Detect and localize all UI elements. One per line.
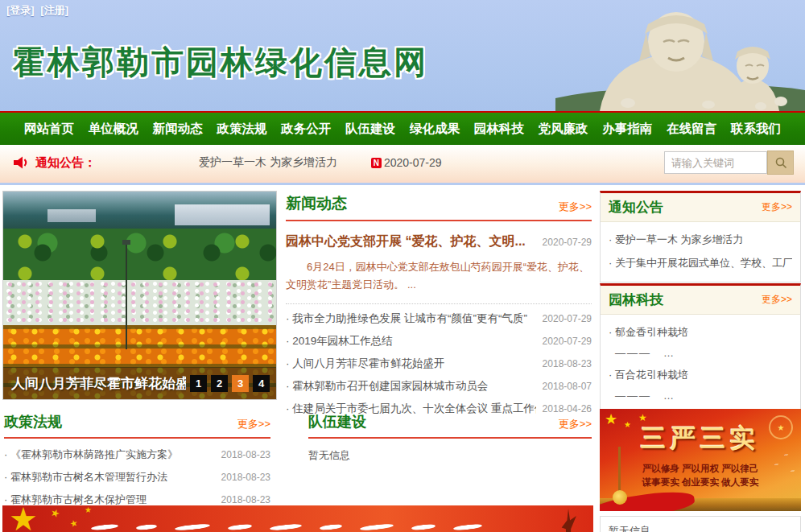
- main-content: 人间八月芳菲尽霍市鲜花始盛开 1 2 3 4 新闻动态 更多>> 园林中心党支部…: [0, 185, 805, 532]
- slider-page-3-active[interactable]: 3: [232, 375, 249, 392]
- flag-pole-graphic: [618, 447, 621, 495]
- sanyan-sanshi-banner[interactable]: ★ ★ ★ ★ 三严三实 严以修身 严以用权 严以律己 谋事要实 创业要实 做人…: [600, 409, 801, 511]
- nav-item-contact[interactable]: 联系我们: [731, 121, 781, 138]
- garden-tech-list: · 郁金香引种栽培 ——— … · 百合花引种栽培 ——— …: [601, 315, 800, 413]
- sanyan-line2: 谋事要实 创业要实 做人要实: [600, 476, 801, 489]
- policy-item-date: 2018-08-23: [221, 443, 270, 466]
- bottom-right-box: 暂无信息: [600, 516, 801, 532]
- notice-link[interactable]: 爱护一草一木 为家乡增活力: [199, 155, 337, 170]
- notices-box-more-link[interactable]: 更多>>: [762, 200, 792, 214]
- star-icon: ★: [624, 420, 631, 429]
- team-title: 队伍建设: [308, 412, 366, 431]
- team-section: 队伍建设 更多>> 暂无信息: [308, 412, 592, 463]
- featured-news: 园林中心党支部开展 “爱花、护花、文明... 2020-07-29: [286, 233, 592, 250]
- news-item-date: 2018-08-07: [543, 376, 592, 398]
- nav-item-party-conduct[interactable]: 党风廉政: [539, 121, 588, 138]
- garden-tech-box: 园林科技 更多>> · 郁金香引种栽培 ——— … · 百合花引种栽培 ——— …: [600, 283, 801, 414]
- news-list-item: · 人间八月芳菲尽霍市鲜花始盛开 2018-08-23: [286, 353, 592, 375]
- calligraphy-strokes-graphic: [91, 525, 500, 530]
- empty-info-text: 暂无信息: [609, 525, 650, 532]
- search-icon: [774, 156, 787, 169]
- policy-list-item: · 霍林郭勒市古树名木管理暂行办法 2018-08-23: [4, 466, 270, 489]
- star-icon: ★: [49, 505, 62, 520]
- genghis-khan-statues-image: [555, 0, 805, 111]
- news-list-item: · 霍林郭勒市召开创建国家园林城市动员会 2018-08-07: [286, 375, 592, 398]
- search-area: [664, 151, 794, 175]
- news-section: 新闻动态 更多>> 园林中心党支部开展 “爱花、护花、文明... 2020-07…: [286, 193, 592, 420]
- featured-news-summary[interactable]: 6月24日，园林中心党支部在敖包山芍药园开展“爱花、护花、文明赏花”主题党日活动…: [286, 258, 592, 294]
- garden-tech-title: 园林科技: [609, 291, 663, 309]
- news-item-link[interactable]: · 人间八月芳菲尽霍市鲜花始盛开: [286, 353, 536, 374]
- nav-item-about[interactable]: 单位概况: [89, 121, 138, 138]
- notices-box-title: 通知公告: [609, 198, 663, 217]
- news-list-item: · 我市全力助推绿色发展 让城市有“颜值”更有“气质” 2020-07-29: [286, 307, 592, 330]
- news-list-item: · 2019年园林工作总结 2020-07-29: [286, 330, 592, 353]
- news-item-link[interactable]: · 霍林郭勒市召开创建国家园林城市动员会: [286, 375, 536, 397]
- team-header: 队伍建设 更多>>: [308, 412, 592, 431]
- policy-item-link[interactable]: · 霍林郭勒市古树名木管理暂行办法: [4, 466, 215, 489]
- slider-page-4[interactable]: 4: [253, 375, 270, 392]
- search-button[interactable]: [767, 151, 794, 175]
- slider-photo-white-flowers: [3, 280, 276, 325]
- nav-item-home[interactable]: 网站首页: [24, 121, 74, 138]
- news-list: · 我市全力助推绿色发展 让城市有“颜值”更有“气质” 2020-07-29 ·…: [286, 307, 592, 420]
- star-icon: ★: [68, 518, 79, 530]
- nav-item-greening-results[interactable]: 绿化成果: [410, 121, 460, 138]
- notices-box: 通知公告 更多>> · 爱护一草一木 为家乡增活力 · 关于集中开展花园式单位、…: [600, 191, 801, 282]
- notices-box-list: · 爱护一草一木 为家乡增活力 · 关于集中开展花园式单位、学校、工厂...: [601, 222, 800, 282]
- policy-item-link[interactable]: · 《霍林郭勒市林荫路推广实施方案》: [4, 443, 215, 466]
- slider-page-2[interactable]: 2: [211, 375, 228, 392]
- statue-silhouette-graphic: [558, 509, 579, 532]
- star-icon: ★: [638, 412, 647, 423]
- site-header: [登录] [注册] 霍林郭勒市园林绿化信息网: [0, 0, 805, 111]
- nav-item-policy[interactable]: 政策法规: [217, 121, 266, 138]
- ring-star-icon: ★: [769, 415, 793, 439]
- photo-slider[interactable]: 人间八月芳菲尽霍市鲜花始盛开 1 2 3 4: [2, 191, 277, 400]
- site-title: 霍林郭勒市园林绿化信息网: [13, 40, 428, 85]
- news-more-link[interactable]: 更多>>: [559, 200, 592, 214]
- garden-tech-more-link[interactable]: 更多>>: [762, 293, 792, 307]
- tech-item-link[interactable]: · 百合花引种栽培: [609, 363, 792, 386]
- notice-date: 2020-07-29: [384, 156, 442, 169]
- policy-section: 政策法规 更多>> · 《霍林郭勒市林荫路推广实施方案》 2018-08-23 …: [4, 412, 270, 511]
- nav-item-news[interactable]: 新闻动态: [153, 121, 203, 138]
- new-badge-icon: N: [371, 158, 382, 168]
- team-rule: [308, 437, 592, 439]
- news-title: 新闻动态: [286, 193, 347, 214]
- slider-page-1[interactable]: 1: [190, 375, 207, 392]
- nav-item-service-guide[interactable]: 办事指南: [602, 121, 652, 138]
- policy-more-link[interactable]: 更多>>: [237, 417, 270, 431]
- nav-item-gov-affairs[interactable]: 政务公开: [281, 121, 331, 138]
- search-input[interactable]: [664, 151, 767, 174]
- nav-item-garden-tech[interactable]: 园林科技: [474, 121, 524, 138]
- tech-item-sub: ——— …: [609, 386, 792, 406]
- tech-item-link[interactable]: · 郁金香引种栽培: [609, 320, 792, 344]
- notices-box-header: 通知公告 更多>>: [601, 193, 800, 222]
- policy-list: · 《霍林郭勒市林荫路推广实施方案》 2018-08-23 · 霍林郭勒市古树名…: [4, 443, 270, 511]
- tech-item-sub: ——— …: [609, 344, 792, 363]
- page: { "colors": { "body_blue": "#b6cbf0", "n…: [0, 0, 805, 532]
- featured-news-date: 2020-07-29: [543, 237, 592, 248]
- slider-caption[interactable]: 人间八月芳菲尽霍市鲜花始盛开: [11, 374, 186, 393]
- nav-item-team[interactable]: 队伍建设: [345, 121, 395, 138]
- nav-item-message-board[interactable]: 在线留言: [667, 121, 716, 138]
- policy-header: 政策法规 更多>>: [4, 412, 270, 431]
- news-item-link[interactable]: · 我市全力助推绿色发展 让城市有“颜值”更有“气质”: [286, 307, 536, 329]
- notice-item-link[interactable]: · 关于集中开展花园式单位、学校、工厂...: [609, 251, 792, 274]
- speaker-icon: [13, 156, 29, 169]
- featured-news-title[interactable]: 园林中心党支部开展 “爱花、护花、文明...: [286, 233, 536, 250]
- news-item-date: 2020-07-29: [543, 331, 592, 353]
- login-link[interactable]: [登录]: [6, 4, 35, 16]
- red-propaganda-banner[interactable]: ★ ★ ★ ★: [2, 505, 593, 532]
- notice-item-link[interactable]: · 爱护一草一木 为家乡增活力: [609, 228, 792, 251]
- slider-photo-buildings: [175, 204, 270, 225]
- star-icon: ★: [85, 505, 92, 514]
- register-link[interactable]: [注册]: [40, 4, 68, 16]
- news-item-link[interactable]: · 2019年园林工作总结: [286, 330, 536, 352]
- policy-title: 政策法规: [4, 412, 62, 431]
- party-emblem-icon: [613, 490, 627, 505]
- main-nav: 网站首页 单位概况 新闻动态 政策法规 政务公开 队伍建设 绿化成果 园林科技 …: [0, 111, 805, 145]
- news-divider: [286, 303, 592, 304]
- team-more-link[interactable]: 更多>>: [559, 417, 592, 431]
- slider-photo-tripod: [126, 245, 127, 349]
